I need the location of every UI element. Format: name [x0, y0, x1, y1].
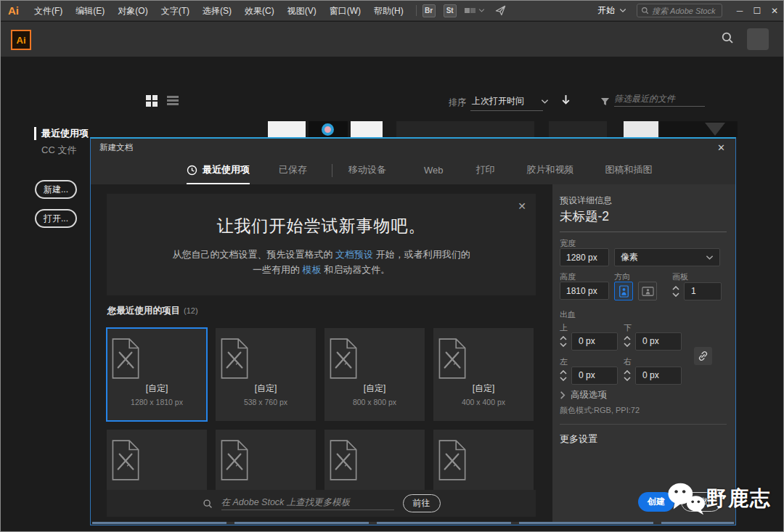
- preset-card[interactable]: [216, 430, 316, 490]
- open-button[interactable]: 打开...: [35, 209, 77, 228]
- units-value: 像素: [621, 251, 638, 263]
- menu-type[interactable]: 文字(T): [155, 1, 196, 21]
- stock-button[interactable]: St: [444, 4, 457, 17]
- stepper-down-icon[interactable]: [560, 343, 567, 347]
- bleed-top-stepper[interactable]: 0 px: [560, 332, 618, 351]
- minimize-button[interactable]: ─: [731, 1, 748, 21]
- recent-file-thumbnail[interactable]: [660, 121, 738, 137]
- bleed-right-stepper[interactable]: 0 px: [624, 366, 682, 385]
- dialog-close-icon[interactable]: ✕: [717, 142, 725, 153]
- stepper-up-icon[interactable]: [560, 370, 567, 375]
- create-button[interactable]: 创建: [638, 492, 674, 512]
- stepper-down-icon[interactable]: [560, 377, 567, 381]
- tab-film-video[interactable]: 胶片和视频: [527, 157, 574, 184]
- filter-recent-input[interactable]: [614, 94, 705, 107]
- tab-print[interactable]: 打印: [476, 157, 495, 184]
- stepper-down-icon[interactable]: [624, 343, 631, 347]
- bleed-top-input[interactable]: 0 px: [571, 332, 618, 351]
- sidebar-item-cc-files[interactable]: CC 文件: [41, 144, 76, 157]
- menu-object[interactable]: 对象(O): [111, 1, 154, 21]
- width-input[interactable]: 1280 px: [560, 248, 609, 266]
- divider: [560, 424, 727, 425]
- bleed-left-input[interactable]: 0 px: [571, 367, 618, 385]
- share-icon[interactable]: [495, 5, 506, 16]
- menu-effect[interactable]: 效果(C): [238, 1, 281, 21]
- stock-template-search-input[interactable]: [221, 497, 394, 510]
- grid-view-toggle[interactable]: [146, 95, 158, 107]
- new-button[interactable]: 新建...: [35, 180, 77, 199]
- recent-file-thumbnail[interactable]: [309, 121, 348, 137]
- go-button[interactable]: 前往: [403, 494, 441, 512]
- preset-card[interactable]: [433, 430, 534, 490]
- chevron-down-icon[interactable]: [541, 99, 549, 105]
- list-view-toggle[interactable]: [167, 96, 179, 107]
- hero-close-icon[interactable]: ✕: [518, 200, 526, 212]
- preset-card[interactable]: [自定] 400 x 400 px: [433, 328, 534, 421]
- maximize-button[interactable]: ☐: [748, 1, 766, 21]
- adobe-stock-search[interactable]: [637, 4, 722, 17]
- menu-view[interactable]: 视图(V): [281, 1, 323, 21]
- stepper-up-icon[interactable]: [624, 370, 631, 375]
- menu-file[interactable]: 文件(F): [28, 1, 69, 21]
- tab-mobile[interactable]: 移动设备: [348, 157, 386, 184]
- stepper-down-icon[interactable]: [672, 292, 679, 297]
- tab-art-illustration[interactable]: 图稿和插图: [605, 157, 653, 184]
- bleed-label: 出血: [560, 309, 576, 320]
- close-window-button[interactable]: ✕: [766, 1, 783, 21]
- preset-card[interactable]: [324, 430, 425, 490]
- stepper-down-icon[interactable]: [624, 377, 631, 381]
- advanced-options-toggle[interactable]: 高级选项: [560, 389, 607, 401]
- bleed-left-stepper[interactable]: 0 px: [560, 366, 618, 385]
- bleed-bottom-input[interactable]: 0 px: [635, 332, 682, 351]
- sort-label: 排序: [449, 97, 466, 109]
- tab-recent[interactable]: 最近使用项: [187, 157, 250, 184]
- artboards-stepper[interactable]: 1: [672, 282, 722, 300]
- bleed-right-input[interactable]: 0 px: [635, 367, 682, 385]
- height-input[interactable]: 1810 px: [560, 282, 609, 300]
- recent-file-thumbnail[interactable]: [351, 121, 383, 137]
- preset-card[interactable]: [107, 430, 207, 490]
- sidebar-item-recent[interactable]: 最近使用项: [34, 127, 89, 140]
- preset-name: [自定]: [216, 382, 316, 395]
- menu-help[interactable]: 帮助(H): [367, 1, 410, 21]
- preset-card[interactable]: [自定] 538 x 760 px: [216, 328, 316, 421]
- stepper-up-icon[interactable]: [624, 336, 631, 340]
- tab-saved[interactable]: 已保存: [279, 157, 307, 184]
- close-button[interactable]: 关闭: [681, 492, 722, 512]
- units-select[interactable]: 像素: [614, 248, 720, 266]
- start-screen-dropdown[interactable]: 开始: [597, 4, 626, 17]
- menu-select[interactable]: 选择(S): [196, 1, 238, 21]
- preset-card[interactable]: [自定] 800 x 800 px: [324, 328, 425, 421]
- stepper-up-icon[interactable]: [672, 286, 679, 290]
- preset-card-selected[interactable]: [自定] 1280 x 1810 px: [107, 328, 207, 421]
- illustrator-app-icon: Ai: [11, 30, 31, 50]
- bridge-button[interactable]: Br: [422, 4, 436, 17]
- avatar[interactable]: [747, 28, 769, 50]
- hero-text-line2: 一些有用的 模板 和启动器文件。: [107, 262, 536, 277]
- artboards-input[interactable]: 1: [684, 282, 722, 300]
- menu-edit[interactable]: 编辑(E): [69, 1, 111, 21]
- stepper-up-icon[interactable]: [560, 336, 567, 340]
- document-name-input[interactable]: 未标题-2: [560, 208, 727, 232]
- recent-file-thumbnail[interactable]: [268, 121, 306, 137]
- recent-file-thumbnail[interactable]: [549, 121, 607, 137]
- menu-window[interactable]: 窗口(W): [323, 1, 367, 21]
- document-preset-icon: [433, 337, 470, 380]
- document-presets-link[interactable]: 文档预设: [335, 249, 373, 260]
- link-bleed-values-button[interactable]: [694, 347, 712, 365]
- sort-dropdown[interactable]: 上次打开时间: [470, 95, 543, 111]
- search-icon[interactable]: [721, 31, 734, 44]
- recent-file-thumbnail[interactable]: [624, 121, 658, 137]
- orientation-portrait-button[interactable]: [614, 282, 633, 300]
- orientation-landscape-button[interactable]: [638, 282, 657, 300]
- stock-search-input[interactable]: [652, 7, 717, 15]
- workspace-switcher[interactable]: [465, 8, 485, 13]
- more-settings-button[interactable]: 更多设置: [560, 433, 597, 446]
- bleed-bottom-stepper[interactable]: 0 px: [624, 332, 682, 351]
- chevron-right-icon: [560, 391, 565, 399]
- tab-web[interactable]: Web: [424, 157, 444, 184]
- templates-link[interactable]: 模板: [303, 264, 322, 275]
- horizontal-scrollbar[interactable]: [92, 522, 734, 524]
- recent-file-thumbnail[interactable]: [396, 121, 534, 137]
- sort-direction-icon[interactable]: [561, 94, 571, 105]
